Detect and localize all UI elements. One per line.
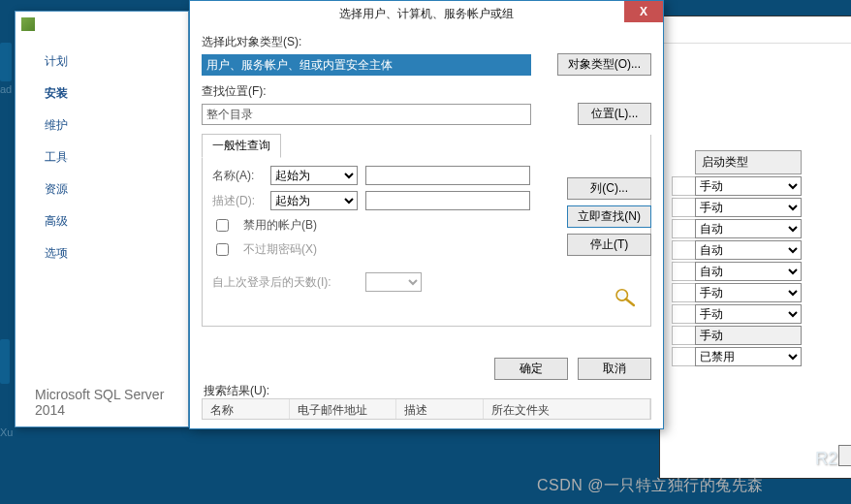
desc-label: 描述(D):	[212, 193, 263, 209]
object-type-field[interactable]: 用户、服务帐户、组或内置安全主体	[202, 54, 531, 76]
config-cancel-button[interactable]: 取消	[838, 445, 851, 466]
location-field[interactable]: 整个目录	[202, 104, 531, 125]
general-query-tab[interactable]: 一般性查询	[202, 134, 281, 158]
nav-install[interactable]: 安装	[39, 78, 188, 110]
disabled-accounts-label: 禁用的帐户(B)	[243, 217, 317, 234]
results-col-email[interactable]: 电子邮件地址	[290, 399, 396, 419]
results-label: 搜索结果(U):	[204, 383, 269, 399]
startup-row-6[interactable]: 手动	[695, 304, 802, 324]
disabled-accounts-checkbox[interactable]	[216, 219, 229, 232]
ok-button[interactable]: 确定	[494, 358, 568, 380]
columns-button[interactable]: 列(C)...	[567, 177, 651, 200]
cancel-button[interactable]: 取消	[578, 358, 651, 380]
csdn-watermark: CSDN @一只特立独行的兔先森	[537, 476, 764, 496]
name-label: 名称(A):	[212, 168, 263, 184]
location-label: 查找位置(F):	[202, 83, 651, 100]
select-users-dialog: 选择用户、计算机、服务帐户或组 X 选择此对象类型(S): 用户、服务帐户、组或…	[189, 0, 664, 429]
object-type-label: 选择此对象类型(S):	[202, 34, 651, 50]
results-col-desc[interactable]: 描述	[396, 399, 484, 419]
startup-row-readonly: 手动	[695, 326, 802, 345]
days-since-label: 自上次登录后的天数(I):	[212, 274, 358, 291]
never-expire-label: 不过期密码(X)	[243, 241, 317, 258]
desc-input[interactable]	[365, 191, 530, 210]
name-input[interactable]	[365, 166, 530, 185]
stop-button[interactable]: 停止(T)	[567, 234, 651, 256]
bg-label: ad	[0, 83, 12, 95]
startup-type-header: 启动类型	[695, 150, 802, 174]
startup-row-2[interactable]: 自动	[695, 219, 802, 238]
find-now-button[interactable]: 立即查找(N)	[567, 205, 651, 228]
svg-line-1	[626, 299, 634, 305]
results-col-folder[interactable]: 所在文件夹	[484, 399, 650, 419]
startup-row-5[interactable]: 手动	[695, 283, 802, 302]
locations-button[interactable]: 位置(L)...	[578, 103, 651, 125]
startup-row-0[interactable]: 手动	[695, 176, 802, 196]
nav-tools[interactable]: 工具	[39, 142, 188, 173]
dialog-close-button[interactable]: X	[624, 1, 663, 22]
search-icon	[613, 286, 638, 307]
results-col-name[interactable]: 名称	[203, 399, 290, 419]
results-header: 名称 电子邮件地址 描述 所在文件夹	[202, 398, 651, 420]
never-expire-checkbox[interactable]	[216, 243, 229, 256]
startup-row-1[interactable]: 手动	[695, 198, 802, 217]
nav-resources[interactable]: 资源	[39, 173, 188, 205]
desc-mode-select[interactable]: 起始为	[270, 191, 358, 210]
dialog-titlebar: 选择用户、计算机、服务帐户或组 X	[190, 1, 663, 26]
nav-plan[interactable]: 计划	[39, 46, 188, 78]
name-mode-select[interactable]: 起始为	[270, 166, 358, 185]
svg-point-2	[618, 292, 625, 299]
service-config-window: ‐ □ ✕ 启动类型 手动 手动 自动 自动 自动 手动 手动 手动 已禁用 取…	[659, 16, 851, 479]
startup-row-3[interactable]: 自动	[695, 240, 802, 260]
app-icon	[21, 17, 35, 31]
nav-advanced[interactable]: 高级	[39, 205, 188, 237]
installer-nav: 计划 安装 维护 工具 资源 高级 选项	[16, 38, 188, 269]
startup-row-last[interactable]: 已禁用	[695, 347, 802, 366]
startup-row-4[interactable]: 自动	[695, 262, 802, 281]
nav-maintain[interactable]: 维护	[39, 110, 188, 142]
sql-installer-window: 计划 安装 维护 工具 资源 高级 选项 Microsoft SQL Serve…	[15, 11, 189, 427]
server-brand-r2: R2	[815, 449, 837, 469]
nav-options[interactable]: 选项	[39, 237, 188, 269]
days-since-select	[365, 272, 422, 292]
bg-label2: Xu	[0, 426, 13, 438]
dialog-title: 选择用户、计算机、服务帐户或组	[339, 6, 514, 22]
object-types-button[interactable]: 对象类型(O)...	[557, 53, 651, 76]
installer-brand: Microsoft SQL Server 2014	[35, 387, 188, 418]
